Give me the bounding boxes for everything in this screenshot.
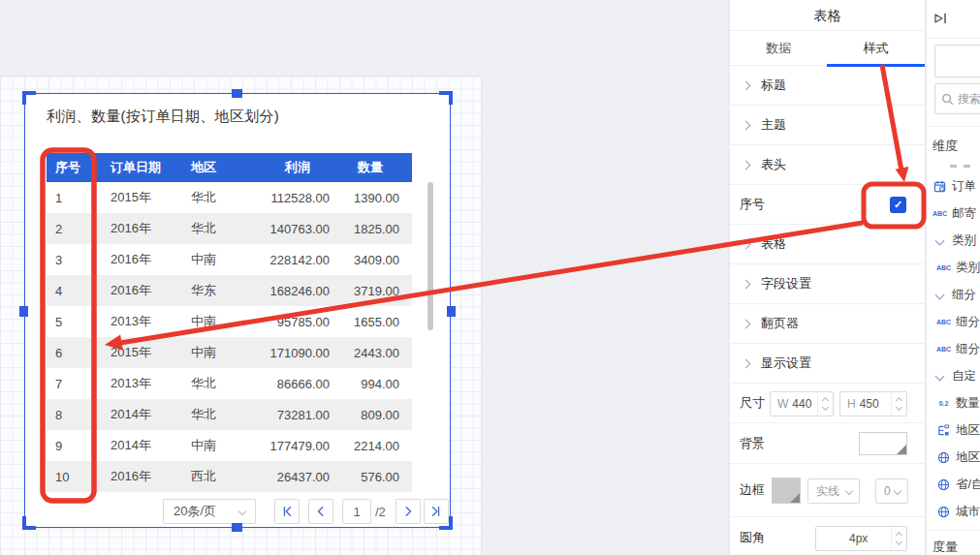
field-list-panel: 搜索 维度 订单ABC邮寄类别ABC类别细分ABC细分ABC细分自定0.2数量地…	[927, 0, 980, 555]
panel-title: 表格	[730, 0, 925, 31]
field-item-细分[interactable]: 细分	[927, 281, 980, 308]
next-page-icon	[402, 506, 414, 517]
field-item-订单[interactable]: 订单	[927, 172, 980, 200]
last-page-button[interactable]	[424, 499, 449, 524]
border-color-swatch[interactable]	[772, 478, 801, 504]
page-number-input[interactable]: 1	[342, 499, 371, 524]
table-cell: 994.00	[334, 377, 412, 391]
field-item-地区[interactable]: 地区	[927, 444, 980, 471]
text-field-icon: ABC	[935, 346, 952, 353]
table-cell: 112528.00	[262, 191, 334, 205]
field-label: 城市	[956, 504, 980, 520]
width-input[interactable]: W 440	[770, 391, 834, 416]
table-cell: 中南	[174, 251, 262, 268]
field-item-邮寄[interactable]: ABC邮寄	[927, 200, 980, 227]
geo-field-icon	[935, 478, 952, 491]
table-cell: 4	[47, 284, 92, 298]
text-field-icon: ABC	[935, 264, 952, 271]
background-color-swatch[interactable]	[859, 432, 907, 455]
page-total: /2	[375, 505, 386, 519]
bi-dashboard-editor: 利润、数量(按订单日期、地区划分) 序号 订单日期 地区 利润 数量 12015…	[0, 0, 980, 555]
tab-data[interactable]: 数据	[730, 31, 828, 65]
index-column-row: 序号 ✓	[730, 185, 925, 225]
tab-style[interactable]: 样式	[828, 31, 926, 65]
table-cell: 228142.00	[262, 253, 334, 267]
border-style-select[interactable]: 实线	[807, 478, 860, 504]
table-row: 32016年中南228142.003409.00	[47, 244, 412, 275]
table-cell: 1655.00	[334, 315, 412, 329]
dimension-field-list: 订单ABC邮寄类别ABC类别细分ABC细分ABC细分自定0.2数量地区地区省/自…	[927, 172, 980, 525]
index-column-label: 序号	[740, 196, 765, 213]
chevron-right-icon	[742, 358, 751, 368]
height-input[interactable]: H 450	[839, 391, 907, 416]
page-number-value: 1	[353, 505, 360, 519]
hierarchy-field-icon	[935, 424, 952, 437]
table-cell: 8	[47, 408, 92, 422]
corner-radius-input[interactable]: 4px	[815, 526, 907, 551]
table-row: 102016年西北26437.00576.00	[47, 461, 412, 492]
page-size-select[interactable]: 20条/页	[163, 499, 256, 524]
table-cell: 26437.00	[262, 470, 334, 484]
table-cell: 95785.00	[262, 315, 334, 329]
section-table[interactable]: 表格	[730, 225, 925, 264]
section-pager[interactable]: 翻页器	[730, 304, 925, 344]
field-item-细分[interactable]: ABC细分	[927, 308, 980, 335]
table-cell: 140763.00	[262, 222, 334, 236]
field-item-自定[interactable]: 自定	[927, 362, 980, 389]
table-scrollbar[interactable]	[427, 182, 433, 330]
spinner-arrows[interactable]	[817, 392, 833, 416]
field-panel-topbar	[927, 0, 980, 39]
first-page-button[interactable]	[274, 499, 300, 524]
spinner-arrows[interactable]	[891, 527, 906, 550]
field-item-省/自[interactable]: 省/自	[927, 471, 980, 498]
height-value: 450	[860, 397, 879, 411]
section-field-settings[interactable]: 字段设置	[730, 264, 925, 304]
section-title[interactable]: 标题	[730, 66, 925, 106]
field-item-类别[interactable]: ABC类别	[927, 254, 980, 281]
field-search-box[interactable]: 搜索	[934, 83, 980, 114]
table-cell: 2013年	[92, 313, 174, 330]
field-item-类别[interactable]: 类别	[927, 227, 980, 254]
table-cell: 2016年	[92, 220, 174, 237]
next-page-button[interactable]	[395, 499, 421, 524]
col-header-index: 序号	[47, 159, 92, 176]
section-display-settings[interactable]: 显示设置	[730, 344, 925, 384]
prev-page-icon	[315, 506, 327, 517]
table-cell: 华北	[174, 220, 262, 237]
table-row: 62015年中南171090.002443.00	[47, 337, 412, 368]
prev-page-button[interactable]	[308, 499, 333, 524]
field-label: 数量	[956, 395, 980, 412]
field-item-细分[interactable]: ABC细分	[927, 335, 980, 362]
section-table-header[interactable]: 表头	[730, 145, 925, 185]
collapse-panel-button[interactable]	[933, 11, 948, 30]
text-field-icon: ABC	[935, 319, 952, 325]
table-widget-card[interactable]: 利润、数量(按订单日期、地区划分) 序号 订单日期 地区 利润 数量 12015…	[24, 93, 451, 528]
table-cell: 西北	[174, 468, 262, 485]
border-width-select[interactable]: 0	[875, 478, 908, 504]
table-cell: 171090.00	[262, 346, 334, 360]
field-item-地区[interactable]: 地区	[927, 416, 980, 444]
table-cell: 1390.00	[334, 191, 412, 205]
field-label: 细分	[952, 287, 976, 303]
table-cell: 86666.00	[262, 377, 334, 391]
chevron-down-icon	[894, 487, 901, 495]
first-page-icon	[281, 506, 293, 517]
index-column-checkbox[interactable]: ✓	[890, 197, 906, 213]
dataset-select[interactable]	[934, 45, 980, 77]
background-row: 背景	[730, 423, 925, 464]
table-row: 52013年中南95785.001655.00	[47, 306, 412, 337]
chevron-down-icon	[932, 373, 948, 380]
table-cell: 2016年	[92, 282, 174, 299]
field-label: 省/自	[956, 477, 980, 493]
spinner-arrows[interactable]	[891, 392, 906, 416]
field-label: 自定	[952, 368, 976, 385]
table-cell: 1	[47, 191, 92, 205]
table-cell: 2016年	[92, 251, 174, 268]
scrolled-field-item	[950, 165, 970, 168]
field-item-城市[interactable]: 城市	[927, 498, 980, 525]
chevron-right-icon	[742, 120, 751, 130]
table-cell: 华北	[174, 375, 262, 392]
section-theme[interactable]: 主题	[730, 106, 925, 145]
chevron-right-icon	[742, 319, 751, 328]
field-item-数量[interactable]: 0.2数量	[927, 389, 980, 416]
